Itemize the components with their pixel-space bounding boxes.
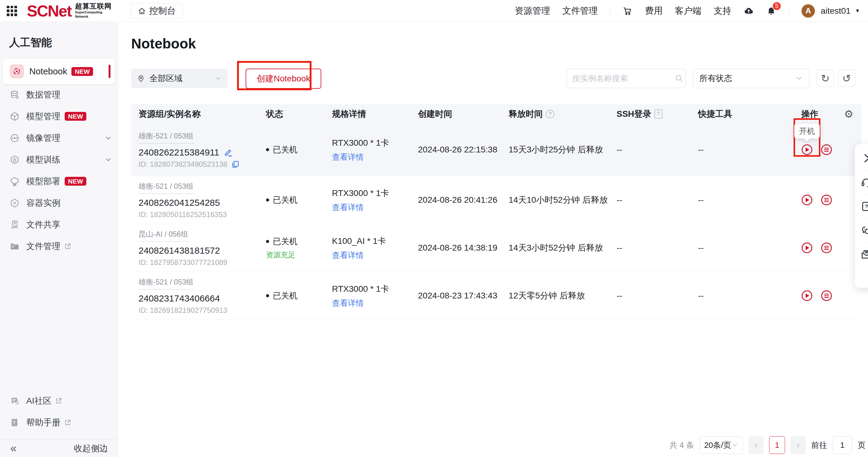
power-on-button[interactable] xyxy=(801,290,813,301)
sidebar-item-容器实例[interactable]: 容器实例 xyxy=(0,192,118,214)
wechat-icon[interactable] xyxy=(860,222,868,239)
svg-text:?: ? xyxy=(865,204,868,209)
collapse-sidebar-label[interactable]: 收起侧边 xyxy=(74,443,108,454)
help-circle-icon[interactable]: ? xyxy=(546,110,554,118)
page-size-value: 20条/页 xyxy=(704,440,731,451)
sidebar-item-数据管理[interactable]: 数据管理 xyxy=(0,84,118,105)
reset-button[interactable]: ↺ xyxy=(838,70,855,87)
sidebar-item-文件管理[interactable]: 文件管理 xyxy=(0,235,118,257)
resource-group-name: 雄衡-521 / 053组 xyxy=(138,277,193,290)
avatar[interactable]: A xyxy=(801,4,815,18)
instance-id: ID: 1828073823490523138 xyxy=(138,160,227,169)
sidebar-item-label: 模型管理 xyxy=(26,111,60,122)
chevron-down-icon xyxy=(104,134,112,142)
sidebar-item-label: Notebook xyxy=(29,66,67,76)
power-on-button[interactable] xyxy=(801,144,813,156)
svg-text:?: ? xyxy=(13,420,15,425)
nav-fees[interactable]: 费用 xyxy=(645,5,663,17)
nav-support[interactable]: 支持 xyxy=(714,5,731,17)
release-time: 14天10小时52分钟 后释放 xyxy=(508,194,617,206)
sidebar-footer: « 收起侧边 xyxy=(0,439,118,457)
view-details-link[interactable]: 查看详情 xyxy=(332,250,364,261)
search-icon[interactable] xyxy=(675,74,684,83)
nav-client[interactable]: 客户端 xyxy=(675,5,702,17)
more-actions-button[interactable] xyxy=(821,144,832,156)
image-registry-icon xyxy=(9,133,20,143)
page-size-select[interactable]: 20条/页 xyxy=(700,436,743,454)
more-actions-button[interactable] xyxy=(821,242,832,254)
external-link-icon xyxy=(55,397,62,404)
power-on-button[interactable] xyxy=(801,194,813,206)
sidebar-item-帮助手册[interactable]: ? 帮助手册 xyxy=(0,412,118,433)
console-button[interactable]: 控制台 xyxy=(131,3,183,19)
total-count: 共 4 条 xyxy=(670,440,694,451)
search-input[interactable] xyxy=(572,74,675,83)
resource-group-name: 雄衡-521 / 053组 xyxy=(138,182,193,194)
table-row: 雄衡-521 / 053组 2408262041254285 ID: 18280… xyxy=(131,176,861,224)
faq-doc-icon[interactable]: ? xyxy=(860,198,868,215)
view-details-link[interactable]: 查看详情 xyxy=(332,202,364,213)
instance-name: 2408231743406664 xyxy=(138,293,220,304)
more-actions-button[interactable] xyxy=(821,194,832,206)
cart-icon[interactable] xyxy=(622,6,633,16)
edit-icon[interactable] xyxy=(224,148,233,157)
page-title: Notebook xyxy=(131,35,868,52)
scnet-logo[interactable]: SCNet 超算互联网 SuperComputing Network xyxy=(27,3,112,19)
chevron-down-icon xyxy=(795,74,803,82)
bell-icon[interactable]: 5 xyxy=(766,5,776,17)
gear-icon[interactable]: ⚙ xyxy=(844,109,854,119)
status-select[interactable]: 所有状态 xyxy=(693,69,809,88)
sidebar-title: 人工智能 xyxy=(0,22,118,59)
main-content: Notebook 全部区域 创建Notebook 所有状态 ↻ xyxy=(118,22,868,457)
sidebar-item-Notebook[interactable]: Notebook NEW xyxy=(3,59,115,84)
divider xyxy=(860,242,868,243)
instance-id: ID: 1826918219027750913 xyxy=(138,306,227,315)
new-badge: NEW xyxy=(71,67,93,76)
power-on-tooltip: 开机 xyxy=(794,124,820,138)
file-share-icon xyxy=(9,219,20,230)
current-page-button[interactable]: 1 xyxy=(769,436,785,454)
ssh-help-doc-icon[interactable]: ? xyxy=(654,109,662,119)
collapse-sidebar-icon[interactable]: « xyxy=(10,443,17,454)
create-notebook-button[interactable]: 创建Notebook xyxy=(246,69,321,89)
customer-service-headset-icon[interactable] xyxy=(860,173,868,191)
table-header: 资源组/实例名称 状态 规格详情 创建时间 释放时间 ? SSH登录 ? 快捷工… xyxy=(131,104,861,124)
sidebar-item-模型训练[interactable]: 模型训练 xyxy=(0,149,118,170)
sidebar-item-模型管理[interactable]: 模型管理 NEW xyxy=(0,105,118,127)
view-details-link[interactable]: 查看详情 xyxy=(332,298,364,308)
apps-grid-icon[interactable] xyxy=(7,6,17,16)
folder-icon xyxy=(9,241,20,252)
view-details-link[interactable]: 查看详情 xyxy=(332,152,364,163)
sidebar-item-AI社区[interactable]: AI社区 xyxy=(0,390,118,412)
col-resource-group: 资源组/实例名称 xyxy=(131,108,266,120)
toolbar-collapse-chevron-icon[interactable] xyxy=(860,150,868,167)
table-row: 雄衡-521 / 053组 2408231743406664 ID: 18269… xyxy=(131,272,861,320)
prev-page-button[interactable]: ‹ xyxy=(748,436,764,454)
nav-resource-mgmt[interactable]: 资源管理 xyxy=(515,5,550,17)
filter-row: 全部区域 创建Notebook 所有状态 ↻ ↺ xyxy=(131,65,855,94)
cloud-upload-icon[interactable] xyxy=(744,6,754,16)
region-select[interactable]: 全部区域 xyxy=(131,69,227,88)
col-release: 释放时间 ? xyxy=(508,108,617,120)
ssh-value: -- xyxy=(617,243,698,253)
refresh-button[interactable]: ↻ xyxy=(817,70,834,87)
more-actions-button[interactable] xyxy=(821,290,832,301)
sidebar-item-模型部署[interactable]: 模型部署 NEW xyxy=(0,170,118,192)
next-page-button[interactable]: › xyxy=(790,436,806,454)
copy-icon[interactable] xyxy=(231,160,240,169)
divider xyxy=(610,6,610,16)
username[interactable]: aitest01 xyxy=(821,6,850,16)
page-number-input[interactable] xyxy=(833,436,852,454)
sidebar-item-镜像管理[interactable]: 镜像管理 xyxy=(0,127,118,149)
caret-down-icon[interactable]: ▼ xyxy=(855,8,860,14)
sidebar: 人工智能 Notebook NEW 数据管理 模型管理 NEW xyxy=(0,22,118,457)
col-ssh: SSH登录 ? xyxy=(617,108,698,120)
mail-icon[interactable] xyxy=(860,246,868,263)
power-on-button[interactable] xyxy=(801,242,813,254)
resource-group-name: 昆山-AI / 056组 xyxy=(138,229,188,242)
notebook-icon xyxy=(10,64,24,78)
sidebar-item-文件共享[interactable]: 文件共享 xyxy=(0,214,118,235)
help-book-icon: ? xyxy=(9,417,20,428)
nav-file-mgmt[interactable]: 文件管理 xyxy=(562,5,598,17)
instance-id: ID: 1828050116252516353 xyxy=(138,210,227,219)
